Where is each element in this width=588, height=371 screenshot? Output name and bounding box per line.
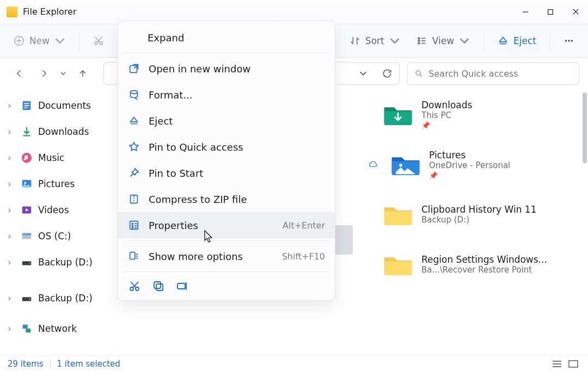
expand-icon[interactable]: › (8, 231, 15, 242)
expand-icon[interactable]: › (8, 205, 15, 215)
sidebar-item-network[interactable]: › Network (0, 316, 111, 342)
sidebar-label: Pictures (38, 178, 75, 189)
forward-button[interactable] (33, 63, 54, 84)
sort-button[interactable]: Sort (344, 30, 406, 51)
expand-icon[interactable]: › (8, 257, 15, 268)
maximize-button[interactable] (538, 0, 563, 24)
selected-count: 1 item selected (57, 359, 120, 369)
menu-label: Compress to ZIP file (149, 194, 325, 205)
cloud-icon (368, 159, 379, 170)
menu-label: Pin to Quick access (149, 141, 325, 153)
svg-rect-12 (24, 103, 29, 104)
svg-point-7 (565, 40, 567, 41)
tile-downloads[interactable]: Downloads This PC 📌 (378, 89, 577, 139)
search-icon (414, 69, 423, 78)
sidebar-item-os-c[interactable]: › OS (C:) (0, 223, 111, 249)
cursor-icon (204, 230, 215, 244)
thumbnails-view-button[interactable] (566, 358, 580, 370)
svg-rect-19 (22, 234, 32, 239)
svg-rect-14 (24, 107, 27, 108)
search-input[interactable] (428, 69, 572, 79)
new-button[interactable]: New (8, 30, 71, 51)
sidebar-item-backup-d[interactable]: › Backup (D:) (0, 249, 111, 275)
downloads-icon (21, 126, 33, 138)
expand-icon[interactable]: › (8, 152, 15, 163)
sidebar-label: Music (38, 152, 64, 163)
network-icon (21, 323, 33, 335)
menu-shortcut: Alt+Enter (283, 220, 325, 231)
view-button[interactable]: View (411, 30, 476, 51)
sidebar-item-pictures[interactable]: › Pictures (0, 171, 111, 197)
minimize-button[interactable] (513, 0, 538, 24)
sidebar-item-downloads[interactable]: › Downloads (0, 119, 111, 145)
menu-pin-quick[interactable]: Pin to Quick access (118, 134, 335, 160)
tile-clipboard-history[interactable]: Clipboard History Win 11 Backup (D:) (378, 189, 577, 239)
eject-label: Eject (513, 35, 536, 46)
documents-icon (21, 100, 33, 112)
videos-icon (21, 204, 33, 216)
back-button[interactable] (9, 63, 30, 84)
svg-rect-39 (156, 284, 163, 290)
close-button[interactable] (563, 0, 588, 24)
menu-pin-start[interactable]: Pin to Start (118, 160, 335, 186)
scrollbar-thumb[interactable] (583, 92, 587, 163)
menu-expand[interactable]: Expand (118, 24, 335, 51)
expand-icon[interactable]: › (8, 126, 15, 137)
sidebar-label: Documents (38, 100, 91, 111)
expand-icon[interactable]: › (8, 178, 15, 189)
sidebar-item-music[interactable]: › Music (0, 145, 111, 171)
svg-point-10 (416, 71, 420, 75)
menu-show-more[interactable]: Show more options Shift+F10 (118, 243, 335, 269)
sidebar-item-documents[interactable]: › Documents (0, 92, 111, 119)
sidebar-label: Network (38, 323, 77, 334)
details-view-button[interactable] (550, 358, 564, 370)
sidebar-item-backup-d2[interactable]: › Backup (D:) (0, 285, 111, 311)
pin-icon: 📌 (421, 121, 472, 129)
svg-point-8 (568, 40, 569, 41)
refresh-button[interactable] (382, 68, 393, 79)
up-button[interactable] (72, 63, 94, 84)
sidebar-label: Downloads (38, 126, 89, 137)
menu-open-new-window[interactable]: Open in new window (118, 55, 335, 82)
zip-icon (128, 193, 140, 205)
item-count: 29 items (8, 359, 44, 369)
menu-eject[interactable]: Eject (118, 108, 335, 134)
sidebar-item-videos[interactable]: › Videos (0, 197, 111, 223)
properties-icon (128, 219, 140, 231)
menu-action-row (118, 274, 335, 297)
menu-properties[interactable]: Properties Alt+Enter (118, 212, 335, 238)
tile-pictures[interactable]: Pictures OneDrive - Personal 📌 (378, 139, 577, 189)
tile-name: Region Settings Windows... (421, 254, 547, 265)
menu-label: Show more options (149, 251, 273, 262)
cut-button[interactable] (87, 30, 110, 51)
menu-format[interactable]: Format... (118, 82, 335, 108)
copy-icon[interactable] (152, 280, 166, 294)
expand-icon[interactable]: › (8, 323, 15, 334)
expand-icon[interactable]: › (8, 293, 15, 304)
format-icon (128, 89, 140, 101)
expand-icon[interactable]: › (8, 100, 15, 111)
drive-ext-icon (21, 256, 33, 268)
cut-icon[interactable] (128, 280, 142, 294)
status-bar: 29 items 1 item selected (0, 356, 588, 371)
recent-button[interactable] (57, 63, 70, 84)
tile-sub: OneDrive - Personal (429, 160, 510, 170)
svg-point-4 (418, 38, 420, 39)
menu-compress-zip[interactable]: Compress to ZIP file (118, 186, 335, 212)
window-title: File Explorer (23, 7, 76, 17)
menu-label: Format... (149, 89, 325, 101)
svg-rect-13 (24, 105, 29, 106)
open-window-icon (128, 63, 140, 75)
tile-name: Downloads (421, 100, 472, 110)
rename-icon[interactable] (176, 280, 190, 294)
eject-button[interactable]: Eject (492, 30, 542, 51)
tile-region-settings[interactable]: Region Settings Windows... Ba...\Recover… (378, 239, 577, 289)
svg-rect-0 (548, 9, 553, 14)
search-box[interactable] (407, 62, 579, 85)
address-dropdown-icon[interactable] (359, 69, 369, 78)
eject-icon (128, 115, 140, 127)
svg-point-9 (571, 40, 573, 41)
music-icon (21, 152, 33, 164)
sidebar-label: Backup (D:) (38, 257, 93, 268)
more-button[interactable] (558, 30, 580, 51)
